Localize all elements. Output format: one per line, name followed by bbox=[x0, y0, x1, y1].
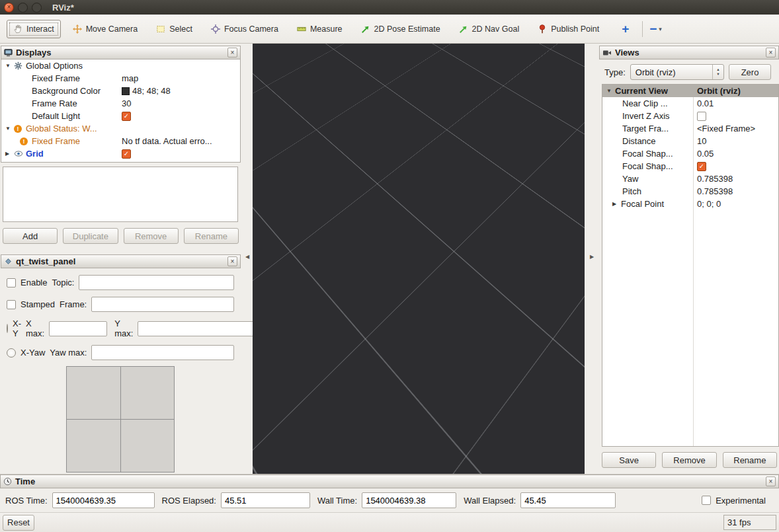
checkbox-checked[interactable]: ✓ bbox=[122, 112, 131, 121]
tool-measure[interactable]: Measure bbox=[290, 20, 349, 38]
topic-input[interactable] bbox=[79, 275, 234, 290]
wall-time-input[interactable] bbox=[362, 492, 456, 508]
remove-view-button[interactable]: Remove bbox=[662, 452, 716, 468]
view-row-invert-z[interactable]: Invert Z Axis bbox=[602, 110, 778, 122]
row-value[interactable]: 48; 48; 48 bbox=[132, 86, 171, 96]
view-type-combobox[interactable]: Orbit (rviz) ▲▼ bbox=[630, 64, 724, 80]
twist-pad-cell[interactable] bbox=[67, 420, 120, 472]
close-icon: × bbox=[231, 258, 235, 265]
select-icon bbox=[156, 24, 165, 34]
view-row-near-clip[interactable]: Near Clip ... 0.01 bbox=[602, 97, 778, 110]
tree-row-frame-rate[interactable]: Frame Rate 30 bbox=[1, 97, 240, 110]
checkbox-checked[interactable]: ✓ bbox=[697, 162, 706, 171]
remove-tool-button[interactable]: − ▾ bbox=[649, 22, 662, 36]
row-value[interactable]: map bbox=[122, 73, 138, 83]
expander-icon[interactable]: ▼ bbox=[606, 88, 615, 94]
row-value[interactable]: 0.785398 bbox=[697, 174, 733, 184]
twist-control-pad[interactable] bbox=[66, 366, 175, 473]
tool-focus-camera[interactable]: Focus Camera bbox=[204, 20, 285, 38]
tool-select[interactable]: Select bbox=[149, 20, 199, 38]
eye-icon bbox=[14, 149, 26, 158]
tool-2d-nav-goal[interactable]: 2D Nav Goal bbox=[452, 20, 526, 38]
twist-pad-cell[interactable] bbox=[121, 367, 175, 419]
row-value[interactable]: 0.01 bbox=[697, 98, 714, 108]
stamped-checkbox[interactable] bbox=[7, 300, 16, 309]
tool-move-camera[interactable]: Move Camera bbox=[66, 20, 145, 38]
remove-display-button[interactable]: Remove bbox=[124, 228, 179, 244]
view-row-distance[interactable]: Distance 10 bbox=[602, 135, 778, 147]
add-tool-button[interactable]: + bbox=[615, 22, 636, 36]
wall-elapsed-field: Wall Elapsed: bbox=[464, 492, 616, 508]
xyaw-radio[interactable] bbox=[7, 348, 16, 358]
ros-time-input[interactable] bbox=[52, 492, 155, 508]
tree-row-fixed-frame[interactable]: Fixed Frame map bbox=[1, 72, 240, 85]
rename-display-button[interactable]: Rename bbox=[184, 228, 239, 244]
window-maximize-button[interactable] bbox=[32, 3, 42, 13]
row-value[interactable]: 30 bbox=[122, 98, 131, 108]
view-row-focal-shape-size[interactable]: Focal Shap... 0.05 bbox=[602, 147, 778, 160]
view-row-yaw[interactable]: Yaw 0.785398 bbox=[602, 172, 778, 185]
tree-row-fixed-frame-status[interactable]: ! Fixed Frame No tf data. Actual erro... bbox=[1, 135, 240, 147]
displays-close-button[interactable]: × bbox=[227, 48, 237, 57]
right-panel-collapse-handle[interactable]: ▶ bbox=[585, 44, 599, 474]
twist-pad-cell[interactable] bbox=[67, 367, 120, 419]
x-max-input[interactable] bbox=[49, 321, 107, 336]
yaw-max-input[interactable] bbox=[91, 345, 234, 360]
gear-icon bbox=[14, 61, 26, 70]
tree-row-global-options[interactable]: ▼ Global Options bbox=[1, 59, 240, 72]
view-row-pitch[interactable]: Pitch 0.785398 bbox=[602, 185, 778, 198]
experimental-checkbox[interactable] bbox=[702, 496, 711, 505]
enable-checkbox[interactable] bbox=[7, 278, 16, 287]
displays-tree: ▼ Global Options Fixed Frame map Backgro… bbox=[1, 59, 241, 163]
expander-icon[interactable]: ▶ bbox=[612, 201, 621, 207]
time-close-button[interactable]: × bbox=[766, 476, 776, 486]
add-display-button[interactable]: Add bbox=[3, 228, 58, 244]
twist-panel-header[interactable]: qt_twist_panel × bbox=[1, 254, 241, 268]
checkbox-checked[interactable]: ✓ bbox=[122, 149, 131, 159]
checkbox-unchecked[interactable] bbox=[697, 112, 706, 121]
view-row-focal-point[interactable]: ▶ Focal Point 0; 0; 0 bbox=[602, 198, 778, 210]
check-icon: ✓ bbox=[124, 113, 129, 120]
expander-icon[interactable]: ▼ bbox=[5, 63, 14, 69]
tool-publish-point[interactable]: Publish Point bbox=[531, 20, 606, 38]
view-row-focal-shape-fixed[interactable]: Focal Shap... ✓ bbox=[602, 160, 778, 172]
xy-radio[interactable] bbox=[7, 324, 8, 333]
row-value[interactable]: 0.05 bbox=[697, 149, 714, 159]
tree-row-grid[interactable]: ▶ Grid ✓ bbox=[1, 147, 240, 160]
tree-row-global-status[interactable]: ▼ ! Global Status: W... bbox=[1, 122, 240, 135]
view-row-target-frame[interactable]: Target Fra... <Fixed Frame> bbox=[602, 122, 778, 135]
views-panel-header[interactable]: Views × bbox=[599, 46, 779, 59]
tool-label: Measure bbox=[310, 24, 343, 34]
window-close-button[interactable]: × bbox=[4, 3, 14, 13]
displays-panel-header[interactable]: Displays × bbox=[1, 46, 241, 59]
wall-elapsed-input[interactable] bbox=[520, 492, 616, 508]
row-value[interactable]: 0; 0; 0 bbox=[697, 199, 721, 209]
tool-2d-pose-estimate[interactable]: 2D Pose Estimate bbox=[354, 20, 447, 38]
zero-button[interactable]: Zero bbox=[729, 64, 771, 80]
time-panel-header[interactable]: Time × bbox=[0, 475, 779, 488]
reset-button[interactable]: Reset bbox=[3, 515, 34, 531]
row-value[interactable]: <Fixed Frame> bbox=[697, 124, 755, 133]
views-close-button[interactable]: × bbox=[766, 48, 776, 57]
tree-row-background-color[interactable]: Background Color 48; 48; 48 bbox=[1, 85, 240, 97]
view-row-current-view[interactable]: ▼ Current View Orbit (rviz) bbox=[602, 85, 778, 97]
window-minimize-button[interactable] bbox=[18, 3, 28, 13]
left-panel-collapse-handle[interactable]: ◀ bbox=[242, 44, 253, 474]
wall-elapsed-label: Wall Elapsed: bbox=[464, 496, 516, 506]
expander-icon[interactable]: ▼ bbox=[5, 126, 14, 132]
twist-close-button[interactable]: × bbox=[227, 256, 237, 266]
expander-icon[interactable]: ▶ bbox=[5, 151, 14, 157]
tool-label: 2D Nav Goal bbox=[472, 24, 520, 34]
row-value[interactable]: 10 bbox=[697, 136, 706, 146]
ros-elapsed-input[interactable] bbox=[221, 492, 310, 508]
3d-viewport[interactable] bbox=[253, 44, 585, 474]
row-value[interactable]: 0.785398 bbox=[697, 186, 733, 196]
save-view-button[interactable]: Save bbox=[602, 452, 656, 468]
tree-row-default-light[interactable]: Default Light ✓ bbox=[1, 110, 240, 122]
tool-interact[interactable]: Interact bbox=[7, 20, 61, 38]
frame-input[interactable] bbox=[91, 297, 234, 312]
duplicate-display-button[interactable]: Duplicate bbox=[63, 228, 118, 244]
twist-pad-cell[interactable] bbox=[121, 420, 175, 472]
spinner-arrows-icon[interactable]: ▲▼ bbox=[712, 65, 723, 79]
rename-view-button[interactable]: Rename bbox=[723, 452, 777, 468]
